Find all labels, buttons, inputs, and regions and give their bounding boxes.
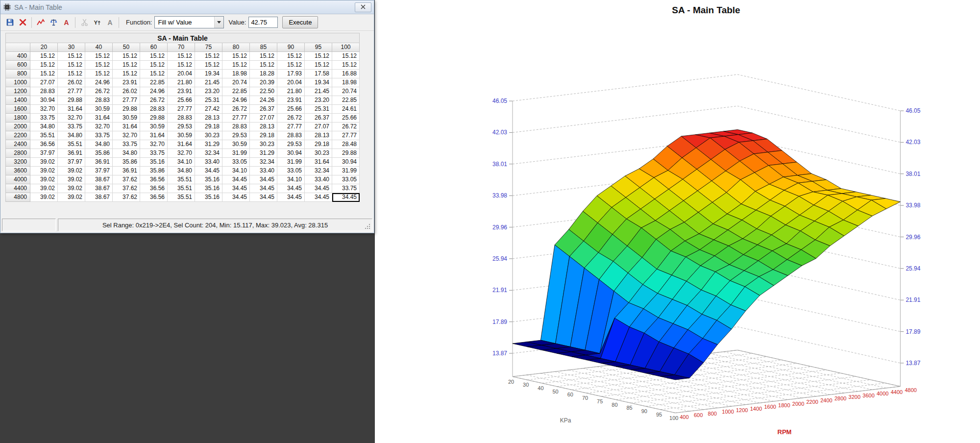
- table-cell[interactable]: 34.80: [113, 149, 140, 158]
- table-cell[interactable]: 29.88: [332, 149, 360, 158]
- table-cell[interactable]: 26.72: [332, 123, 360, 131]
- table-cell[interactable]: 36.56: [140, 193, 168, 202]
- table-cell[interactable]: 32.70: [85, 123, 113, 131]
- table-cell[interactable]: 22.50: [250, 87, 277, 96]
- table-cell[interactable]: 24.96: [222, 96, 250, 105]
- compare-button[interactable]: [47, 16, 60, 29]
- table-cell[interactable]: 39.02: [30, 175, 58, 184]
- table-cell[interactable]: 34.45: [305, 193, 332, 202]
- table-cell[interactable]: 34.45: [277, 184, 305, 193]
- table-cell[interactable]: 32.70: [58, 114, 85, 123]
- table-cell[interactable]: 19.34: [195, 70, 222, 78]
- table-cell[interactable]: 15.12: [85, 52, 113, 61]
- table-cell[interactable]: 15.12: [222, 52, 250, 61]
- table-cell[interactable]: 27.77: [113, 96, 140, 105]
- table-cell[interactable]: 30.59: [168, 131, 195, 140]
- row-header[interactable]: 2200: [6, 131, 30, 140]
- table-cell[interactable]: 34.45: [250, 175, 277, 184]
- table-cell[interactable]: 30.59: [85, 105, 113, 114]
- table-cell[interactable]: 27.77: [222, 114, 250, 123]
- edit-marker-button[interactable]: A: [60, 16, 73, 29]
- table-cell[interactable]: 15.12: [332, 61, 360, 70]
- table-cell[interactable]: 34.80: [168, 167, 195, 175]
- table-cell[interactable]: 28.83: [168, 114, 195, 123]
- table-cell[interactable]: 36.91: [58, 149, 85, 158]
- table-cell[interactable]: 28.13: [195, 114, 222, 123]
- table-cell[interactable]: 32.34: [305, 167, 332, 175]
- table-cell[interactable]: 18.98: [332, 78, 360, 87]
- table-cell[interactable]: 19.34: [305, 78, 332, 87]
- table-cell[interactable]: 27.77: [277, 123, 305, 131]
- table-cell[interactable]: 32.34: [250, 158, 277, 167]
- table-cell[interactable]: 34.80: [85, 140, 113, 149]
- table-cell[interactable]: 30.59: [222, 140, 250, 149]
- table-cell[interactable]: 37.62: [113, 184, 140, 193]
- table-cell[interactable]: 23.91: [277, 96, 305, 105]
- table-cell[interactable]: 30.59: [140, 123, 168, 131]
- table-cell[interactable]: 29.53: [168, 123, 195, 131]
- table-cell[interactable]: 31.64: [140, 131, 168, 140]
- table-cell[interactable]: 34.45: [250, 184, 277, 193]
- table-cell[interactable]: 38.67: [85, 193, 113, 202]
- function-dropdown[interactable]: Fill w/ Value: [154, 16, 224, 28]
- table-cell[interactable]: 32.70: [113, 131, 140, 140]
- table-cell[interactable]: 15.12: [58, 70, 85, 78]
- table-cell[interactable]: 22.85: [222, 87, 250, 96]
- table-cell[interactable]: 15.12: [113, 61, 140, 70]
- font-button[interactable]: A: [103, 16, 116, 29]
- table-cell[interactable]: 15.12: [195, 61, 222, 70]
- table-cell[interactable]: 15.12: [250, 52, 277, 61]
- table-cell[interactable]: 33.75: [140, 149, 168, 158]
- row-header[interactable]: 1600: [6, 105, 30, 114]
- row-header[interactable]: 400: [6, 52, 30, 61]
- table-cell[interactable]: 15.12: [250, 61, 277, 70]
- table-cell[interactable]: 16.88: [332, 70, 360, 78]
- table-cell[interactable]: 33.75: [332, 184, 360, 193]
- table-cell[interactable]: 15.12: [305, 61, 332, 70]
- table-cell[interactable]: 34.45: [195, 167, 222, 175]
- table-cell[interactable]: 28.13: [250, 123, 277, 131]
- row-header[interactable]: 3600: [6, 167, 30, 175]
- table-cell[interactable]: 36.91: [85, 158, 113, 167]
- table-cell[interactable]: 17.93: [277, 70, 305, 78]
- table-cell[interactable]: 26.37: [250, 105, 277, 114]
- table-cell[interactable]: 15.12: [305, 52, 332, 61]
- table-cell[interactable]: 33.75: [30, 114, 58, 123]
- table-cell[interactable]: 34.80: [30, 123, 58, 131]
- surface-plot[interactable]: 46.0546.0542.0342.0338.0138.0133.9833.98…: [375, 0, 980, 443]
- table-cell[interactable]: 27.77: [168, 105, 195, 114]
- axis-swap-button[interactable]: Y: [91, 16, 103, 29]
- table-cell[interactable]: 34.10: [222, 167, 250, 175]
- table-cell[interactable]: 34.80: [58, 131, 85, 140]
- table-cell[interactable]: 25.66: [332, 114, 360, 123]
- table-cell[interactable]: 36.56: [140, 175, 168, 184]
- table-cell[interactable]: 31.29: [250, 149, 277, 158]
- table-cell[interactable]: 23.20: [305, 96, 332, 105]
- table-cell[interactable]: 23.91: [168, 87, 195, 96]
- table-cell[interactable]: 35.16: [140, 158, 168, 167]
- table-cell[interactable]: 33.40: [250, 167, 277, 175]
- table-cell[interactable]: 15.12: [58, 61, 85, 70]
- table-cell[interactable]: 33.75: [113, 140, 140, 149]
- table-cell[interactable]: 36.56: [30, 140, 58, 149]
- table-cell[interactable]: 30.94: [277, 149, 305, 158]
- table-cell[interactable]: 21.45: [195, 78, 222, 87]
- table-cell[interactable]: 15.12: [277, 61, 305, 70]
- table-cell[interactable]: 34.45: [222, 184, 250, 193]
- table-cell[interactable]: 30.94: [332, 158, 360, 167]
- table-cell[interactable]: 26.02: [58, 78, 85, 87]
- table-cell[interactable]: 26.02: [113, 87, 140, 96]
- table-cell[interactable]: 28.13: [305, 131, 332, 140]
- table-cell[interactable]: 15.12: [58, 52, 85, 61]
- table-cell[interactable]: 34.45: [250, 193, 277, 202]
- table-cell[interactable]: 35.86: [113, 158, 140, 167]
- table-cell[interactable]: 31.99: [222, 149, 250, 158]
- table-cell[interactable]: 28.83: [277, 131, 305, 140]
- col-header[interactable]: 85: [250, 43, 277, 52]
- table-cell[interactable]: 26.72: [140, 96, 168, 105]
- table-cell[interactable]: 26.72: [85, 87, 113, 96]
- table-cell[interactable]: 27.42: [195, 105, 222, 114]
- table-cell[interactable]: 23.20: [195, 87, 222, 96]
- col-header[interactable]: 40: [85, 43, 113, 52]
- col-header[interactable]: 75: [195, 43, 222, 52]
